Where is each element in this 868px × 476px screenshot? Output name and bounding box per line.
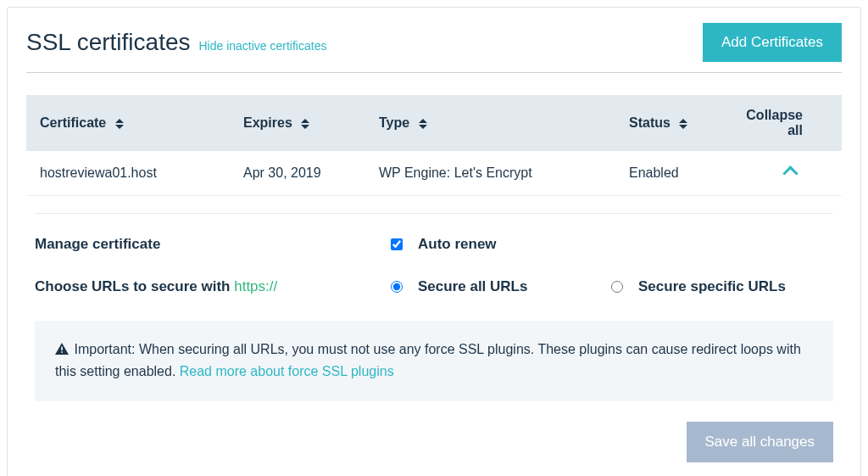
auto-renew-checkbox[interactable] bbox=[391, 238, 403, 250]
add-certificates-button[interactable]: Add Certificates bbox=[703, 23, 842, 62]
page-title: SSL certificates bbox=[26, 29, 190, 56]
hide-inactive-link[interactable]: Hide inactive certificates bbox=[198, 39, 326, 53]
sort-icon bbox=[679, 119, 687, 129]
choose-urls-prefix: Choose URLs to secure with bbox=[35, 278, 234, 294]
title-group: SSL certificates Hide inactive certifica… bbox=[26, 29, 326, 56]
auto-renew-label: Auto renew bbox=[418, 236, 497, 253]
info-important-prefix: Important: bbox=[74, 342, 138, 356]
secure-all-label: Secure all URLs bbox=[418, 278, 527, 295]
cell-type: WP Engine: Let's Encrypt bbox=[379, 165, 629, 181]
choose-urls-row: Choose URLs to secure with https:// Secu… bbox=[35, 278, 833, 295]
manage-certificate-label: Manage certificate bbox=[35, 236, 391, 253]
cell-expires: Apr 30, 2019 bbox=[243, 165, 379, 181]
sort-icon bbox=[301, 119, 309, 129]
certificate-details: Manage certificate Auto renew Choose URL… bbox=[26, 213, 842, 462]
collapse-all-label: Collapse all bbox=[746, 108, 803, 137]
save-row: Save all changes bbox=[35, 422, 833, 462]
certificates-table-header: Certificate Expires Type Status Collapse… bbox=[26, 95, 842, 151]
svg-rect-1 bbox=[61, 351, 63, 353]
collapse-row-button[interactable] bbox=[743, 164, 828, 182]
secure-specific-label: Secure specific URLs bbox=[638, 278, 786, 295]
info-body-text: When securing all URLs, you must not use… bbox=[55, 342, 801, 378]
collapse-all-button[interactable]: Collapse all bbox=[743, 108, 828, 138]
read-more-link[interactable]: Read more about force SSL plugins bbox=[180, 364, 394, 378]
chevron-up-icon bbox=[782, 165, 798, 181]
header-status-label: Status bbox=[629, 115, 670, 130]
header-status[interactable]: Status bbox=[629, 115, 743, 131]
choose-urls-label: Choose URLs to secure with https:// bbox=[35, 278, 391, 295]
ssl-certificates-panel: SSL certificates Hide inactive certifica… bbox=[7, 7, 861, 476]
sort-icon bbox=[115, 119, 124, 129]
panel-header: SSL certificates Hide inactive certifica… bbox=[26, 23, 842, 73]
secure-all-radio[interactable] bbox=[391, 281, 403, 293]
header-type-label: Type bbox=[379, 115, 409, 130]
divider bbox=[35, 213, 833, 214]
header-expires[interactable]: Expires bbox=[243, 115, 379, 131]
secure-all-control: Secure all URLs bbox=[391, 278, 611, 295]
cell-status: Enabled bbox=[629, 165, 743, 181]
sort-icon bbox=[419, 119, 427, 129]
info-box: Important: When securing all URLs, you m… bbox=[35, 321, 833, 401]
save-all-changes-button[interactable]: Save all changes bbox=[687, 422, 833, 462]
cell-certificate: hostreviewa01.host bbox=[40, 165, 243, 181]
https-text: https:// bbox=[234, 278, 277, 294]
svg-rect-0 bbox=[61, 347, 63, 351]
header-certificate[interactable]: Certificate bbox=[40, 115, 243, 131]
header-type[interactable]: Type bbox=[379, 115, 629, 131]
header-expires-label: Expires bbox=[243, 115, 292, 130]
manage-certificate-row: Manage certificate Auto renew bbox=[35, 236, 833, 253]
secure-specific-radio[interactable] bbox=[611, 281, 623, 293]
auto-renew-control: Auto renew bbox=[391, 236, 497, 253]
header-certificate-label: Certificate bbox=[40, 115, 106, 130]
warning-icon bbox=[55, 340, 69, 361]
secure-specific-control: Secure specific URLs bbox=[611, 278, 786, 295]
table-row: hostreviewa01.host Apr 30, 2019 WP Engin… bbox=[26, 151, 842, 196]
